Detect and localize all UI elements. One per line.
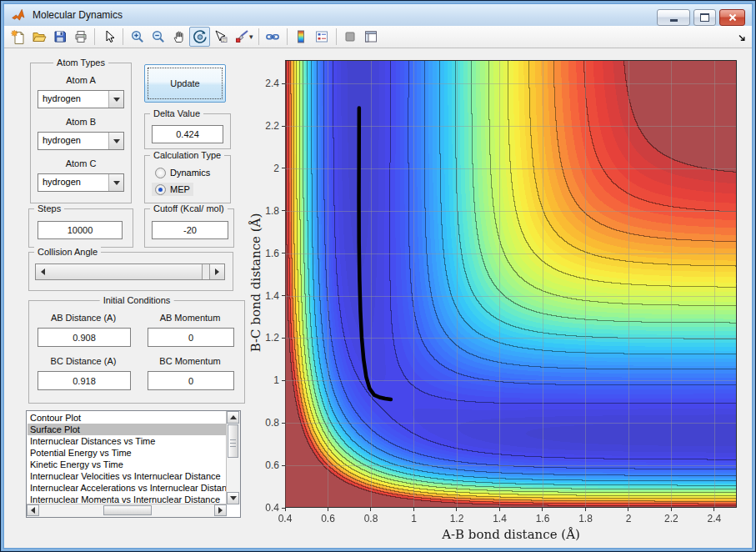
open-file-button[interactable] (28, 27, 49, 47)
toolbar-separator (123, 28, 123, 45)
y-tick-mark (282, 83, 285, 84)
list-item[interactable]: Contour Plot (28, 412, 227, 424)
mep-radio-label: MEP (170, 184, 190, 194)
x-tick-label: 1.2 (438, 513, 475, 524)
atom-types-group: Atom Types Atom A hydrogen Atom B hydrog… (30, 63, 132, 203)
x-tick-label: 1 (395, 513, 432, 524)
bc-momentum-label: BC Momentum (148, 356, 233, 366)
y-tick-mark (282, 168, 285, 168)
x-tick-label: 2.2 (653, 513, 689, 524)
y-tick-mark (282, 423, 285, 424)
atom-a-dropdown[interactable]: hydrogen (38, 90, 124, 108)
vertical-scroll-thumb[interactable] (228, 424, 238, 458)
dynamics-radio[interactable]: Dynamics (152, 166, 213, 179)
show-plot-tools-button[interactable] (361, 27, 382, 47)
rotate-3d-button[interactable] (189, 27, 210, 47)
slider-left-arrow[interactable] (36, 264, 51, 279)
toolbar-overflow-button[interactable] (738, 31, 747, 46)
dropdown-arrow-icon[interactable] (108, 91, 123, 108)
atom-b-dropdown[interactable]: hydrogen (38, 132, 124, 150)
data-cursor-button[interactable] (210, 27, 231, 47)
cutoff-field[interactable]: -20 (152, 221, 228, 239)
ab-momentum-field[interactable]: 0 (148, 328, 234, 347)
list-item[interactable]: Internuclear Accelerations vs Internucle… (28, 482, 227, 494)
steps-field[interactable]: 10000 (38, 221, 123, 239)
x-tick-label: 1.6 (524, 513, 561, 524)
list-item[interactable]: Kinetic Energy vs Time (28, 459, 227, 470)
dropdown-arrow-icon[interactable] (108, 133, 123, 149)
ab-momentum-label: AB Momentum (148, 313, 233, 323)
calculation-type-group: Calculation Type Dynamics MEP (144, 155, 231, 203)
slider-thumb[interactable] (50, 264, 203, 279)
x-tick-mark (456, 508, 457, 511)
slider-right-arrow[interactable] (209, 264, 224, 279)
new-file-button[interactable] (8, 27, 28, 47)
minimize-button[interactable] (657, 9, 690, 26)
bc-momentum-field[interactable]: 0 (148, 371, 234, 390)
toolbar-overflow-icon (738, 33, 747, 43)
bc-distance-label: BC Distance (A) (38, 356, 129, 366)
maximize-button[interactable] (693, 9, 716, 26)
title-bar[interactable]: Molecular Dynamics (4, 4, 752, 26)
x-tick-mark (413, 508, 414, 511)
atom-c-dropdown[interactable]: hydrogen (38, 173, 124, 192)
save-button[interactable] (49, 27, 70, 47)
print-button[interactable] (70, 27, 91, 47)
dropdown-arrow-icon[interactable] (108, 174, 123, 191)
update-button[interactable]: Update (144, 64, 226, 103)
x-tick-mark (499, 508, 500, 511)
show-plot-tools-icon (363, 29, 378, 44)
list-item[interactable]: Internuclear Velocities vs Internuclear … (28, 470, 227, 482)
ab-distance-field[interactable]: 0.908 (38, 328, 131, 347)
horizontal-scroll-thumb[interactable] (103, 505, 152, 515)
mep-radio[interactable]: MEP (152, 183, 193, 196)
scroll-right-button[interactable] (214, 504, 227, 516)
toolbar: ▾ (4, 26, 752, 48)
pan-button[interactable] (168, 27, 189, 47)
y-tick-mark (282, 126, 285, 127)
link-plots-icon (265, 29, 280, 44)
link-plots-button[interactable] (263, 27, 283, 47)
y-tick-label: 0.8 (244, 417, 279, 429)
horizontal-scrollbar[interactable] (27, 504, 227, 517)
y-tick-mark (282, 210, 285, 211)
zoom-in-button[interactable] (127, 27, 148, 47)
list-item[interactable]: Surface Plot (28, 424, 227, 435)
collision-angle-group: Collision Angle (28, 252, 233, 291)
brush-icon (234, 29, 249, 44)
y-tick-label: 0.6 (244, 459, 279, 471)
insert-colorbar-button[interactable] (291, 27, 312, 47)
zoom-out-button[interactable] (148, 27, 168, 47)
vertical-scrollbar[interactable] (226, 411, 240, 504)
zoom-out-icon (151, 29, 166, 44)
collision-angle-slider[interactable] (35, 263, 225, 280)
x-tick-mark (585, 508, 586, 511)
collision-angle-title: Collision Angle (34, 247, 101, 257)
y-tick-mark (282, 253, 285, 253)
list-item[interactable]: Internuclear Distances vs Time (28, 435, 227, 447)
scroll-left-button[interactable] (27, 504, 39, 516)
list-item[interactable]: Potential Energy vs Time (28, 447, 227, 459)
scroll-down-button[interactable] (227, 492, 239, 504)
y-tick-label: 2.4 (244, 78, 279, 89)
delta-value-field[interactable]: 0.424 (152, 125, 223, 143)
list-item[interactable]: Internuclear Momenta vs Internuclear Dis… (28, 494, 227, 504)
y-tick-mark (282, 508, 285, 509)
x-tick-mark (628, 508, 628, 511)
brush-dropdown-caret[interactable]: ▾ (249, 33, 253, 41)
cursor-button[interactable] (98, 27, 119, 47)
potential-energy-surface-plot[interactable] (285, 60, 737, 508)
initial-conditions-title: Initial Conditions (100, 295, 174, 305)
radio-icon (155, 168, 166, 178)
hide-plot-tools-button[interactable] (340, 27, 361, 47)
atom-c-value: hydrogen (43, 177, 81, 187)
insert-legend-button[interactable] (312, 27, 333, 47)
x-tick-mark (285, 508, 286, 511)
x-tick-label: 1.8 (567, 513, 603, 524)
radio-icon (155, 184, 166, 195)
new-file-icon (11, 29, 26, 44)
close-button[interactable] (719, 9, 745, 26)
bc-distance-field[interactable]: 0.918 (38, 371, 131, 390)
scroll-up-button[interactable] (227, 411, 239, 424)
plot-type-listbox[interactable]: Contour PlotSurface PlotInternuclear Dis… (26, 410, 241, 518)
